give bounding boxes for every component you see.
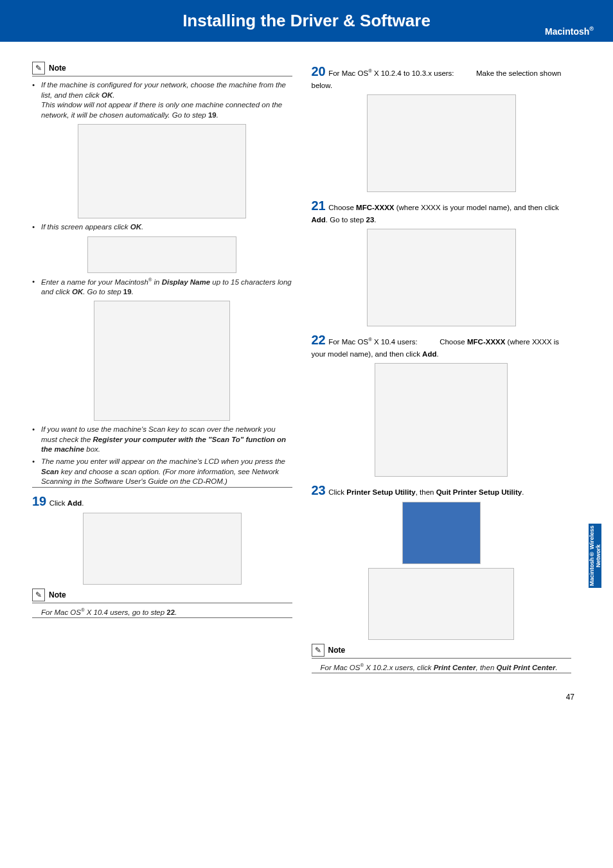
note-header: ✎ Note bbox=[32, 589, 292, 603]
note-text: If this screen appears click OK. bbox=[41, 222, 143, 233]
note-text: For Mac OS® X 10.2.x users, click Print … bbox=[312, 662, 572, 673]
note-header: ✎ Note bbox=[32, 62, 292, 76]
note-label: Note bbox=[49, 590, 66, 599]
header-bar: Installing the Driver & Software Macinto… bbox=[0, 0, 613, 42]
screenshot-figure bbox=[367, 229, 516, 326]
pencil-icon: ✎ bbox=[32, 589, 45, 601]
note-text: Enter a name for your Macintosh® in Disp… bbox=[41, 277, 292, 297]
note-label: Note bbox=[49, 64, 66, 73]
pencil-icon: ✎ bbox=[312, 644, 324, 657]
left-column: ✎ Note • If the machine is configured fo… bbox=[32, 58, 292, 673]
step-23: 23 Click Printer Setup Utility, then Qui… bbox=[312, 483, 572, 498]
right-column: 20 For Mac OS® X 10.2.4 to 10.3.x users:… bbox=[312, 58, 572, 673]
step-19: 19 Click Add. bbox=[32, 494, 292, 509]
note-header: ✎ Note bbox=[312, 644, 572, 659]
screenshot-figure bbox=[78, 124, 246, 218]
section-tab: Macintosh® Wireless Network bbox=[589, 524, 601, 588]
screenshot-figure bbox=[368, 568, 514, 640]
note-text: The name you enter will appear on the ma… bbox=[41, 457, 292, 487]
separator bbox=[32, 487, 292, 488]
platform-label: Macintosh® bbox=[545, 26, 594, 37]
screenshot-figure bbox=[87, 236, 236, 273]
step-20: 20 For Mac OS® X 10.2.4 to 10.3.x users:… bbox=[312, 64, 572, 91]
note-text: If you want to use the machine's Scan ke… bbox=[41, 425, 292, 455]
step-number: 19 bbox=[32, 494, 46, 508]
screenshot-figure bbox=[402, 502, 481, 564]
page-title: Installing the Driver & Software bbox=[182, 11, 431, 31]
page-number: 47 bbox=[0, 686, 613, 721]
step-number: 21 bbox=[312, 199, 326, 213]
step-22: 22 For Mac OS® X 10.4 users: Choose MFC-… bbox=[312, 333, 572, 359]
note-text: If the machine is configured for your ne… bbox=[41, 80, 292, 120]
step-21: 21 Choose MFC-XXXX (where XXXX is your m… bbox=[312, 199, 572, 225]
step-number: 22 bbox=[312, 333, 326, 347]
separator bbox=[32, 617, 292, 618]
step-number: 20 bbox=[312, 64, 326, 78]
note-label: Note bbox=[328, 646, 346, 655]
step-number: 23 bbox=[312, 483, 326, 497]
note-text: For Mac OS® X 10.4 users, go to step 22. bbox=[32, 607, 292, 617]
screenshot-figure bbox=[375, 363, 508, 477]
separator bbox=[312, 673, 572, 673]
pencil-icon: ✎ bbox=[32, 62, 45, 75]
screenshot-figure bbox=[367, 94, 516, 192]
screenshot-figure bbox=[94, 301, 230, 421]
screenshot-figure bbox=[83, 513, 242, 585]
